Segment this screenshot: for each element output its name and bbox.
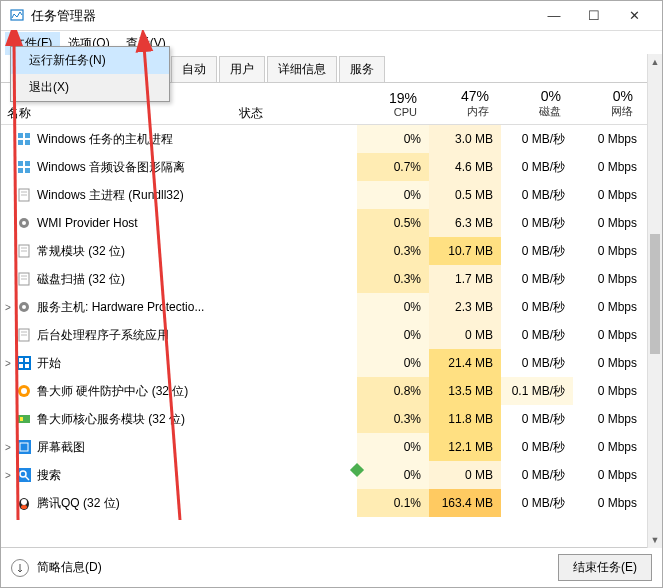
cpu-cell: 0%	[357, 321, 429, 349]
scroll-thumb[interactable]	[650, 234, 660, 354]
minimize-button[interactable]: —	[534, 2, 574, 30]
process-name: 搜索	[37, 467, 237, 484]
expand-chevron-icon[interactable]: >	[1, 442, 15, 453]
disk-cell: 0 MB/秒	[501, 405, 573, 433]
svg-point-31	[21, 388, 27, 394]
mem-cell: 1.7 MB	[429, 265, 501, 293]
process-icon	[15, 327, 33, 343]
process-name: 鲁大师 硬件防护中心 (32 位)	[37, 383, 237, 400]
svg-rect-4	[25, 140, 30, 145]
maximize-button[interactable]: ☐	[574, 2, 614, 30]
mem-cell: 4.6 MB	[429, 153, 501, 181]
process-icon	[15, 467, 33, 483]
net-cell: 0 Mbps	[573, 237, 645, 265]
expand-icon[interactable]	[11, 559, 29, 577]
tab-services[interactable]: 服务	[339, 56, 385, 82]
svg-point-41	[21, 505, 27, 509]
expand-chevron-icon[interactable]: >	[1, 470, 15, 481]
svg-rect-2	[25, 133, 30, 138]
net-cell: 0 Mbps	[573, 321, 645, 349]
cpu-cell: 0.8%	[357, 377, 429, 405]
svg-rect-26	[19, 358, 23, 362]
process-row[interactable]: >服务主机: Hardware Protectio...0%2.3 MB0 MB…	[1, 293, 662, 321]
process-row[interactable]: >屏幕截图0%12.1 MB0 MB/秒0 Mbps	[1, 433, 662, 461]
process-row[interactable]: Windows 音频设备图形隔离0.7%4.6 MB0 MB/秒0 Mbps	[1, 153, 662, 181]
process-row[interactable]: >开始0%21.4 MB0 MB/秒0 Mbps	[1, 349, 662, 377]
process-row[interactable]: 鲁大师 硬件防护中心 (32 位)0.8%13.5 MB0.1 MB/秒0 Mb…	[1, 377, 662, 405]
close-button[interactable]: ✕	[614, 2, 654, 30]
cpu-cell: 0%	[357, 349, 429, 377]
cpu-percent: 19%	[353, 90, 417, 106]
process-name: Windows 任务的主机进程	[37, 131, 237, 148]
brief-info-link[interactable]: 简略信息(D)	[37, 559, 102, 576]
expand-chevron-icon[interactable]: >	[1, 302, 15, 313]
mem-cell: 10.7 MB	[429, 237, 501, 265]
cpu-cell: 0%	[357, 461, 429, 489]
svg-point-40	[21, 499, 27, 505]
mem-cell: 0 MB	[429, 321, 501, 349]
process-row[interactable]: WMI Provider Host0.5%6.3 MB0 MB/秒0 Mbps	[1, 209, 662, 237]
cpu-cell: 0.3%	[357, 237, 429, 265]
process-row[interactable]: 常规模块 (32 位)0.3%10.7 MB0 MB/秒0 Mbps	[1, 237, 662, 265]
process-row[interactable]: 腾讯QQ (32 位)0.1%163.4 MB0 MB/秒0 Mbps	[1, 489, 662, 517]
expand-chevron-icon[interactable]: >	[1, 358, 15, 369]
process-name: 常规模块 (32 位)	[37, 243, 237, 260]
disk-cell: 0 MB/秒	[501, 489, 573, 517]
net-percent: 0%	[569, 88, 633, 104]
process-icon	[15, 495, 33, 511]
disk-cell: 0 MB/秒	[501, 293, 573, 321]
titlebar: 任务管理器 — ☐ ✕	[1, 1, 662, 31]
svg-rect-3	[18, 140, 23, 145]
menu-item-new-task[interactable]: 运行新任务(N)	[11, 47, 169, 74]
header-network[interactable]: 0% 网络	[569, 83, 641, 124]
scrollbar[interactable]: ▲ ▼	[647, 54, 662, 548]
scroll-down-icon[interactable]: ▼	[648, 532, 662, 548]
net-cell: 0 Mbps	[573, 209, 645, 237]
process-row[interactable]: >搜索0%0 MB0 MB/秒0 Mbps	[1, 461, 662, 489]
net-cell: 0 Mbps	[573, 461, 645, 489]
scroll-up-icon[interactable]: ▲	[648, 54, 662, 70]
header-disk[interactable]: 0% 磁盘	[497, 83, 569, 124]
mem-label: 内存	[425, 104, 489, 119]
menu-item-exit[interactable]: 退出(X)	[11, 74, 169, 101]
process-row[interactable]: Windows 任务的主机进程0%3.0 MB0 MB/秒0 Mbps	[1, 125, 662, 153]
mem-cell: 12.1 MB	[429, 433, 501, 461]
disk-cell: 0 MB/秒	[501, 349, 573, 377]
tab-details[interactable]: 详细信息	[267, 56, 337, 82]
process-row[interactable]: Windows 主进程 (Rundll32)0%0.5 MB0 MB/秒0 Mb…	[1, 181, 662, 209]
net-cell: 0 Mbps	[573, 377, 645, 405]
net-cell: 0 Mbps	[573, 405, 645, 433]
process-name: 后台处理程序子系统应用	[37, 327, 237, 344]
process-row[interactable]: 后台处理程序子系统应用0%0 MB0 MB/秒0 Mbps	[1, 321, 662, 349]
end-task-button[interactable]: 结束任务(E)	[558, 554, 652, 581]
process-name: 服务主机: Hardware Protectio...	[37, 299, 237, 316]
net-cell: 0 Mbps	[573, 265, 645, 293]
cpu-label: CPU	[353, 106, 417, 118]
app-icon	[9, 8, 25, 24]
tab-startup[interactable]: 自动	[171, 56, 217, 82]
process-list[interactable]: Windows 任务的主机进程0%3.0 MB0 MB/秒0 MbpsWindo…	[1, 125, 662, 547]
svg-rect-34	[17, 440, 31, 454]
mem-cell: 13.5 MB	[429, 377, 501, 405]
svg-rect-27	[25, 358, 29, 362]
process-icon	[15, 215, 33, 231]
cpu-cell: 0%	[357, 293, 429, 321]
file-menu-dropdown: 运行新任务(N) 退出(X)	[10, 46, 170, 102]
header-cpu[interactable]: 19% CPU	[353, 83, 425, 124]
tab-users[interactable]: 用户	[219, 56, 265, 82]
cpu-cell: 0%	[357, 181, 429, 209]
process-row[interactable]: 鲁大师核心服务模块 (32 位)0.3%11.8 MB0 MB/秒0 Mbps	[1, 405, 662, 433]
mem-cell: 0.5 MB	[429, 181, 501, 209]
process-row[interactable]: 磁盘扫描 (32 位)0.3%1.7 MB0 MB/秒0 Mbps	[1, 265, 662, 293]
process-icon	[15, 355, 33, 371]
net-cell: 0 Mbps	[573, 489, 645, 517]
mem-cell: 163.4 MB	[429, 489, 501, 517]
footer: 简略信息(D) 结束任务(E)	[1, 547, 662, 587]
disk-percent: 0%	[497, 88, 561, 104]
net-cell: 0 Mbps	[573, 181, 645, 209]
process-icon	[15, 243, 33, 259]
svg-rect-1	[18, 133, 23, 138]
disk-cell: 0 MB/秒	[501, 433, 573, 461]
header-memory[interactable]: 47% 内存	[425, 83, 497, 124]
header-status[interactable]: 状态	[233, 83, 353, 124]
